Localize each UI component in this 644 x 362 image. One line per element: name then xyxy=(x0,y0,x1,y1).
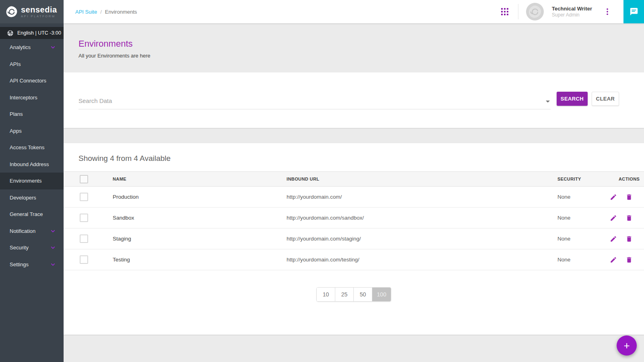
sidebar-item-settings[interactable]: Settings xyxy=(0,256,64,273)
add-environment-button[interactable]: + xyxy=(617,335,637,356)
table-row-testing: Testing http://yourdomain.com/testing/ N… xyxy=(64,249,644,270)
avatar[interactable] xyxy=(526,3,544,21)
breadcrumb-separator: / xyxy=(100,9,102,15)
sidebar-item-general-trace[interactable]: General Trace xyxy=(0,206,64,223)
sidebar-item-label: Plans xyxy=(10,111,23,117)
sidebar-item-label: Environments xyxy=(10,178,41,184)
pencil-icon xyxy=(610,193,617,201)
environments-table: NAME INBOUND URL SECURITY ACTIONS Produc… xyxy=(64,171,644,270)
page-size-100[interactable]: 100 xyxy=(372,288,391,301)
env-name: Staging xyxy=(113,236,287,242)
breadcrumb-current: Environments xyxy=(105,9,137,15)
locale-label: English | UTC -3:00 xyxy=(17,30,61,36)
delete-button[interactable] xyxy=(625,235,633,243)
sidebar-item-notification[interactable]: Notification xyxy=(0,223,64,240)
user-name: Technical Writer xyxy=(552,6,592,12)
edit-button[interactable] xyxy=(610,214,617,222)
page-subtitle: All your Environments are here xyxy=(78,53,644,59)
row-checkbox[interactable] xyxy=(80,255,88,264)
sidebar-item-label: Developers xyxy=(10,195,36,201)
sidebar-item-label: Access Tokens xyxy=(10,144,44,150)
page-header: Environments All your Environments are h… xyxy=(64,23,644,72)
sidebar: sensedia API PLATFORM English | UTC -3:0… xyxy=(0,0,64,362)
topbar-actions: Technical Writer Super Admin xyxy=(501,0,644,23)
user-info[interactable]: Technical Writer Super Admin xyxy=(552,6,592,18)
search-field xyxy=(78,95,551,109)
env-inbound-url: http://yourdomain.com/testing/ xyxy=(287,257,557,263)
env-security: None xyxy=(557,257,610,263)
table-row-staging: Staging http://yourdomain.com/staging/ N… xyxy=(64,228,644,249)
edit-button[interactable] xyxy=(610,193,617,201)
results-panel: Showing 4 from 4 Available NAME INBOUND … xyxy=(64,143,644,335)
edit-button[interactable] xyxy=(610,235,617,243)
select-all-checkbox[interactable] xyxy=(80,175,88,183)
sidebar-item-label: Notification xyxy=(10,228,35,234)
page-size-10[interactable]: 10 xyxy=(317,288,335,301)
sidebar-item-analytics[interactable]: Analytics xyxy=(0,39,64,56)
kebab-menu-icon[interactable] xyxy=(604,8,611,15)
chevron-down-icon xyxy=(50,228,56,234)
chevron-down-icon xyxy=(50,45,56,50)
sidebar-item-apps[interactable]: Apps xyxy=(0,123,64,140)
sensedia-logo-icon xyxy=(6,6,18,18)
delete-button[interactable] xyxy=(625,193,633,201)
chat-icon xyxy=(630,7,638,16)
pagination: 10 25 50 100 xyxy=(64,287,644,302)
dropdown-caret-icon[interactable] xyxy=(546,101,550,103)
table-row-production: Production http://yourdomain.com/ None xyxy=(64,187,644,208)
pencil-icon xyxy=(610,256,617,263)
pencil-icon xyxy=(610,214,617,222)
sidebar-item-interceptors[interactable]: Interceptors xyxy=(0,89,64,106)
apps-grid-icon[interactable] xyxy=(501,8,508,15)
search-input[interactable] xyxy=(78,95,551,109)
env-inbound-url: http://yourdomain.com/staging/ xyxy=(287,236,557,242)
globe-icon xyxy=(7,30,14,37)
table-header-row: NAME INBOUND URL SECURITY ACTIONS xyxy=(64,171,644,187)
locale-bar[interactable]: English | UTC -3:00 xyxy=(0,27,64,39)
trash-icon xyxy=(625,256,633,263)
column-header-actions: ACTIONS xyxy=(610,177,644,181)
sidebar-item-apis[interactable]: APIs xyxy=(0,56,64,73)
sidebar-item-plans[interactable]: Plans xyxy=(0,106,64,123)
table-row-sandbox: Sandbox http://yourdomain.com/sandbox/ N… xyxy=(64,208,644,228)
page-title: Environments xyxy=(78,39,644,49)
sidebar-item-label: API Connectors xyxy=(10,78,46,84)
sidebar-item-label: Settings xyxy=(10,261,29,267)
sidebar-item-developers[interactable]: Developers xyxy=(0,189,64,206)
sidebar-item-api-connectors[interactable]: API Connectors xyxy=(0,72,64,89)
divider xyxy=(518,4,518,19)
search-button[interactable]: SEARCH xyxy=(557,92,588,106)
avatar-logo-icon xyxy=(528,5,542,19)
delete-button[interactable] xyxy=(625,214,633,222)
sidebar-nav: Analytics APIs API Connectors Intercepto… xyxy=(0,39,64,273)
trash-icon xyxy=(625,214,633,222)
edit-button[interactable] xyxy=(610,256,617,263)
top-bar: API Suite / Environments Technical W xyxy=(64,0,644,23)
chevron-down-icon xyxy=(50,262,56,267)
clear-button[interactable]: CLEAR xyxy=(592,92,619,106)
user-role: Super Admin xyxy=(552,12,592,18)
env-security: None xyxy=(557,215,610,221)
row-checkbox[interactable] xyxy=(80,214,88,222)
chat-button[interactable] xyxy=(623,0,644,23)
row-checkbox[interactable] xyxy=(80,234,88,243)
sidebar-item-inbound-address[interactable]: Inbound Address xyxy=(0,156,64,173)
results-summary: Showing 4 from 4 Available xyxy=(64,143,644,163)
sidebar-item-access-tokens[interactable]: Access Tokens xyxy=(0,139,64,156)
trash-icon xyxy=(625,193,633,201)
env-inbound-url: http://yourdomain.com/ xyxy=(287,194,557,200)
sidebar-item-security[interactable]: Security xyxy=(0,239,64,256)
delete-button[interactable] xyxy=(625,256,633,263)
breadcrumb-link-api-suite[interactable]: API Suite xyxy=(75,9,97,15)
brand-name: sensedia xyxy=(21,6,57,14)
pencil-icon xyxy=(610,235,617,243)
sidebar-item-environments[interactable]: Environments xyxy=(0,173,64,189)
page-size-25[interactable]: 25 xyxy=(335,288,354,301)
main-content: Environments All your Environments are h… xyxy=(64,23,644,362)
row-checkbox[interactable] xyxy=(80,193,88,201)
sidebar-item-label: APIs xyxy=(10,61,21,67)
page-size-50[interactable]: 50 xyxy=(354,288,372,301)
app-window: sensedia API PLATFORM English | UTC -3:0… xyxy=(0,0,644,362)
env-name: Sandbox xyxy=(113,215,287,221)
sidebar-item-label: General Trace xyxy=(10,211,43,217)
